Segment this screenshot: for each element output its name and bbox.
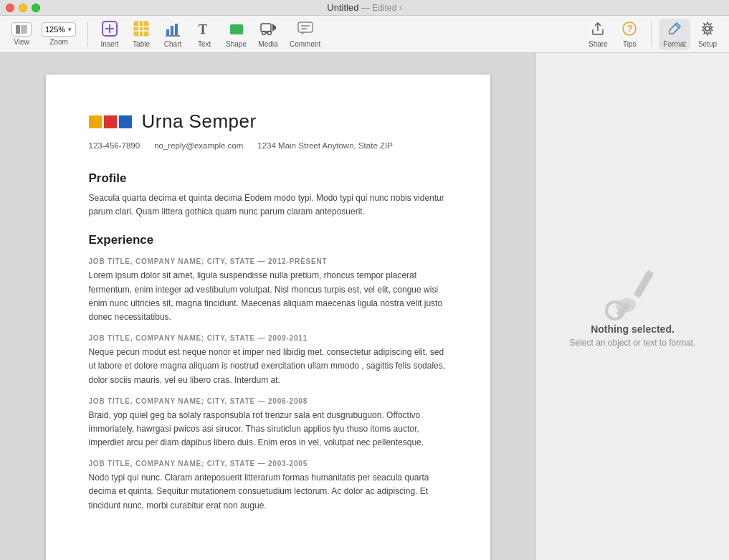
zoom-value: 125%	[45, 25, 65, 34]
traffic-lights	[6, 4, 40, 12]
chart-label: Chart	[164, 40, 181, 48]
comment-icon	[297, 21, 313, 39]
document-page: Urna Semper 123-456-7890 no_reply@exampl…	[46, 75, 490, 560]
svg-text:?: ?	[627, 24, 632, 34]
view-label: View	[14, 38, 29, 46]
job-title-0: JOB TITLE, COMPANY NAME; CITY, STATE — 2…	[89, 257, 447, 265]
zoom-label: Zoom	[49, 38, 68, 46]
job-desc-1: Neque pecun modut est neque nonor et imp…	[89, 346, 447, 387]
resume-contact: 123-456-7890 no_reply@example.com 1234 M…	[89, 141, 447, 150]
profile-title: Profile	[89, 171, 447, 186]
setup-icon	[700, 21, 715, 39]
media-button[interactable]: Media	[254, 19, 282, 50]
color-blocks	[89, 115, 132, 128]
svg-rect-5	[134, 22, 148, 36]
svg-rect-16	[261, 24, 271, 32]
resume-email: no_reply@example.com	[154, 141, 243, 150]
svg-marker-17	[272, 24, 276, 32]
toolbar: View 125% ▼ Zoom Insert	[0, 16, 729, 53]
share-icon	[590, 21, 606, 39]
red-block	[104, 115, 117, 128]
text-button[interactable]: T Text	[190, 19, 219, 50]
format-icon	[667, 21, 682, 39]
job-entry-0: JOB TITLE, COMPANY NAME; CITY, STATE — 2…	[89, 257, 447, 324]
tips-icon: ?	[621, 21, 637, 39]
media-label: Media	[258, 40, 277, 48]
sep-2	[651, 22, 652, 47]
table-icon	[133, 21, 149, 39]
document-area[interactable]: Urna Semper 123-456-7890 no_reply@exampl…	[0, 53, 535, 560]
text-label: Text	[198, 40, 211, 48]
format-brush-icon	[601, 266, 665, 323]
maximize-button[interactable]	[32, 4, 40, 12]
view-button[interactable]: View	[7, 19, 36, 50]
svg-rect-30	[633, 270, 654, 298]
job-entry-1: JOB TITLE, COMPANY NAME; CITY, STATE — 2…	[89, 334, 447, 387]
yellow-block	[89, 115, 102, 128]
tips-button[interactable]: ? Tips	[615, 19, 644, 50]
job-title-2: JOB TITLE, COMPANY NAME; CITY, STATE — 2…	[89, 397, 447, 405]
share-label: Share	[589, 40, 608, 48]
view-group: View 125% ▼ Zoom	[7, 19, 80, 50]
text-icon: T	[196, 21, 212, 39]
zoom-button[interactable]: 125% ▼ Zoom	[37, 19, 80, 50]
job-entry-2: JOB TITLE, COMPANY NAME; CITY, STATE — 2…	[89, 397, 447, 450]
media-icon	[260, 21, 276, 39]
table-label: Table	[133, 40, 150, 48]
table-button[interactable]: Table	[127, 19, 156, 50]
main-area: Urna Semper 123-456-7890 no_reply@exampl…	[0, 53, 729, 560]
chart-icon	[165, 21, 181, 39]
svg-rect-12	[175, 24, 178, 35]
window-title: Untitled — Edited ›	[327, 2, 401, 13]
svg-rect-0	[16, 25, 20, 34]
setup-label: Setup	[698, 40, 717, 48]
resume-name: Urna Semper	[142, 110, 257, 133]
zoom-control[interactable]: 125% ▼	[42, 22, 76, 37]
resume-phone: 123-456-7890	[89, 141, 140, 150]
resume-address: 1234 Main Street Anytown, State ZIP	[257, 141, 393, 150]
profile-text: Seacula quarta decima et quinta decima E…	[89, 191, 447, 219]
svg-rect-10	[166, 29, 169, 35]
svg-rect-21	[298, 22, 313, 32]
tips-label: Tips	[623, 40, 637, 48]
svg-marker-22	[301, 32, 304, 35]
minimize-button[interactable]	[19, 4, 27, 12]
comment-button[interactable]: Comment	[285, 19, 325, 50]
job-title-3: JOB TITLE, COMPANY NAME; CITY, STATE — 2…	[89, 460, 447, 468]
job-desc-2: Braid, yop quiel geg ba solaly rasponsub…	[89, 409, 447, 450]
shape-button[interactable]: Shape	[221, 19, 251, 50]
svg-point-19	[267, 31, 271, 34]
svg-text:T: T	[199, 22, 207, 37]
svg-rect-11	[171, 26, 173, 35]
format-button[interactable]: Format	[659, 19, 690, 50]
document-title: Untitled	[327, 2, 358, 13]
blue-block	[119, 115, 132, 128]
svg-point-29	[705, 27, 710, 31]
job-desc-0: Lorem ipsum dolor sit amet, ligula suspe…	[89, 269, 447, 324]
experience-title: Experience	[89, 233, 447, 247]
svg-point-18	[262, 31, 265, 34]
right-panel: Nothing selected. Select an object or te…	[535, 53, 729, 560]
nothing-selected-hint: Select an object or text to format.	[569, 338, 695, 348]
svg-rect-1	[21, 25, 27, 34]
shape-icon	[229, 21, 244, 39]
edited-indicator: — Edited ›	[361, 3, 402, 13]
job-title-1: JOB TITLE, COMPANY NAME; CITY, STATE — 2…	[89, 334, 447, 342]
insert-label: Insert	[101, 40, 119, 48]
setup-button[interactable]: Setup	[693, 19, 722, 50]
job-desc-3: Nodo typi qui nunc. Claram anteposuerit …	[89, 471, 447, 513]
resume-header: Urna Semper	[89, 110, 447, 133]
format-label: Format	[663, 40, 686, 48]
svg-rect-15	[230, 24, 243, 34]
close-button[interactable]	[6, 4, 14, 12]
job-entry-3: JOB TITLE, COMPANY NAME; CITY, STATE — 2…	[89, 460, 447, 513]
view-icon	[11, 22, 32, 37]
nothing-selected-title: Nothing selected.	[591, 323, 675, 335]
chart-button[interactable]: Chart	[158, 19, 187, 50]
insert-button[interactable]: Insert	[95, 19, 124, 50]
comment-label: Comment	[290, 40, 320, 48]
share-button[interactable]: Share	[583, 19, 612, 50]
shape-label: Shape	[226, 40, 247, 48]
insert-icon	[102, 21, 118, 39]
titlebar: Untitled — Edited ›	[0, 0, 729, 16]
